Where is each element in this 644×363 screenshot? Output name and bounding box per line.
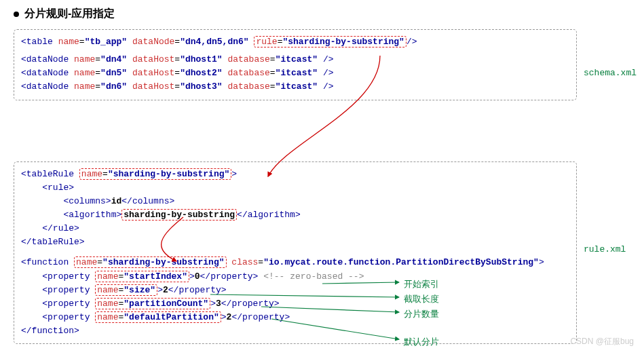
code-line: <property name="size">2</property> — [21, 284, 569, 297]
tablerule-name-highlight: name="sharding-by-substring" — [79, 168, 231, 180]
code-line: <property name="defaultPartition">2</pro… — [21, 311, 569, 324]
heading-text: 分片规则-应用指定 — [24, 7, 115, 21]
bullet-icon — [14, 12, 19, 17]
code-line: <property name="startIndex">0</property>… — [21, 270, 569, 284]
prop-name-highlight: name="defaultPartition" — [95, 311, 221, 323]
section-heading: 分片规则-应用指定 — [14, 7, 630, 21]
code-line: </function> — [21, 324, 569, 338]
code-line: <dataNode name="dn4" dataHost="dhost1" d… — [21, 53, 569, 66]
code-line: </tableRule> — [21, 235, 569, 249]
code-line: <rule> — [21, 181, 569, 195]
schema-code-box: <table name="tb_app" dataNode="dn4,dn5,d… — [14, 29, 577, 100]
code-line: </rule> — [21, 222, 569, 235]
rule-code-box: <tableRule name="sharding-by-substring">… — [14, 161, 577, 345]
code-line: <tableRule name="sharding-by-substring"> — [21, 168, 569, 181]
code-line: <table name="tb_app" dataNode="dn4,dn5,d… — [21, 35, 569, 49]
annotation-start-index: 开始索引 — [404, 278, 439, 290]
watermark: CSDN @征服bug — [570, 336, 634, 347]
annotation-cut-length: 截取长度 — [404, 293, 439, 305]
prop-name-highlight: name="startIndex" — [95, 271, 189, 282]
function-name-highlight: name="sharding-by-substring" — [74, 256, 226, 268]
code-line: <property name="partitionCount">3</prope… — [21, 297, 569, 311]
schema-label: schema.xml — [584, 68, 637, 78]
rule-attr-highlight: rule="sharding-by-substring" — [254, 36, 406, 47]
annotation-default-partition: 默认分片 — [404, 336, 439, 348]
rule-label: rule.xml — [584, 244, 626, 254]
code-line: <function name="sharding-by-substring" c… — [21, 256, 569, 269]
code-line: <algorithm>sharding-by-substring</algori… — [21, 208, 569, 222]
code-line: <dataNode name="dn5" dataHost="dhost2" d… — [21, 66, 569, 80]
prop-name-highlight: name="size" — [95, 284, 157, 296]
prop-name-highlight: name="partitionCount" — [95, 298, 210, 309]
annotation-partition-count: 分片数量 — [404, 308, 439, 320]
code-line: <columns>id</columns> — [21, 195, 569, 208]
algorithm-highlight: sharding-by-substring — [121, 209, 237, 221]
code-line: <dataNode name="dn6" dataHost="dhost3" d… — [21, 80, 569, 94]
